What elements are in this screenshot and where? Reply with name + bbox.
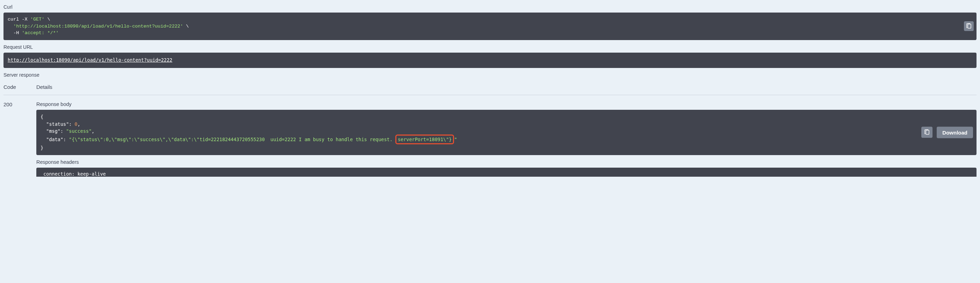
response-body-label: Response body (36, 101, 977, 107)
code-column-header: Code (3, 84, 36, 90)
highlight-annotation: serverPort=18091\"} (395, 134, 454, 144)
curl-url: 'http://localhost:18090/api/load/v1/hell… (13, 24, 183, 29)
svg-rect-1 (926, 130, 929, 134)
json-string: "{\"status\":0,\"msg\":\"success\",\"dat… (69, 137, 395, 142)
request-url-value[interactable]: http://localhost:18090/api/load/v1/hello… (8, 57, 172, 63)
json-text: , (78, 121, 80, 127)
curl-label: Curl (3, 4, 977, 10)
json-text: "msg": (40, 128, 66, 134)
response-headers-block: connection: keep-alive (36, 168, 977, 177)
curl-text: curl -X (8, 17, 30, 22)
curl-text: \ (183, 24, 189, 29)
response-row: 200 Response body { "status": 0, "msg": … (3, 101, 977, 176)
curl-text: -H (8, 30, 22, 36)
response-details: Response body { "status": 0, "msg": "suc… (36, 101, 977, 176)
json-text: } (40, 145, 43, 150)
response-body-block: { "status": 0, "msg": "success", "data":… (36, 110, 977, 155)
curl-code: curl -X 'GET' \ 'http://localhost:18090/… (8, 16, 972, 36)
response-table-header: Code Details (3, 81, 977, 95)
json-string: "success" (66, 128, 92, 134)
status-code: 200 (3, 101, 36, 176)
copy-response-button[interactable] (921, 127, 932, 138)
download-button[interactable]: Download (937, 126, 973, 138)
curl-code-block: curl -X 'GET' \ 'http://localhost:18090/… (3, 13, 977, 40)
svg-rect-0 (968, 24, 971, 28)
clipboard-icon (966, 23, 972, 29)
json-text: "data": (40, 137, 69, 142)
curl-method: 'GET' (30, 17, 45, 22)
json-string-highlighted: serverPort=18091\"} (398, 137, 452, 142)
json-text: "status": (40, 121, 75, 127)
curl-text (8, 24, 13, 29)
clipboard-icon (924, 129, 930, 136)
curl-header: 'accept: */*' (22, 30, 59, 36)
server-response-label: Server response (3, 72, 977, 78)
request-url-block: http://localhost:18090/api/load/v1/hello… (3, 53, 977, 68)
json-text: { (40, 114, 43, 120)
curl-text: \ (45, 17, 50, 22)
request-url-label: Request URL (3, 44, 977, 50)
header-line: connection: keep-alive (40, 171, 109, 177)
response-headers-code: connection: keep-alive (40, 171, 972, 177)
response-headers-label: Response headers (36, 159, 977, 165)
response-body-code: { "status": 0, "msg": "success", "data":… (40, 113, 972, 151)
copy-curl-button[interactable] (964, 21, 974, 31)
json-string: " (454, 137, 457, 142)
response-actions: Download (921, 126, 973, 138)
json-number: 0 (75, 121, 78, 127)
json-text: , (92, 128, 94, 134)
details-column-header: Details (36, 84, 52, 90)
